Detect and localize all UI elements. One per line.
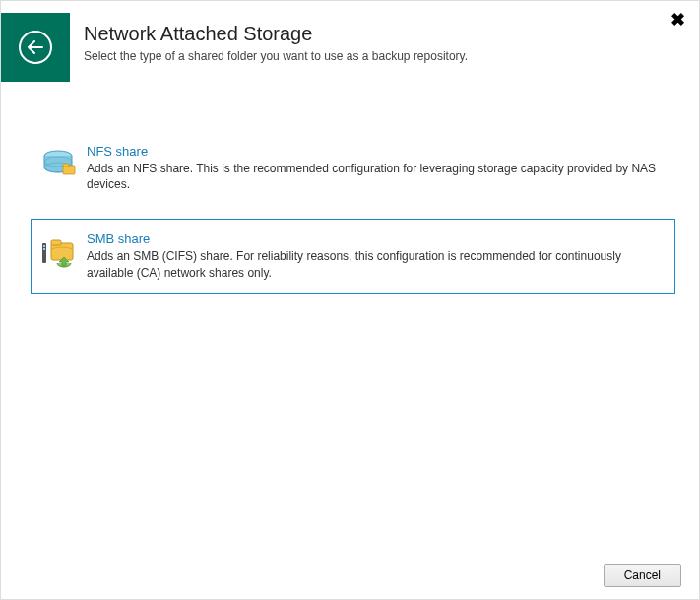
page-subtitle: Select the type of a shared folder you w… <box>84 49 683 63</box>
title-block: Network Attached Storage Select the type… <box>70 13 683 63</box>
option-title: NFS share <box>87 144 665 159</box>
close-icon: ✖ <box>670 10 685 30</box>
svg-rect-4 <box>63 164 69 167</box>
smb-icon <box>39 233 77 271</box>
back-button[interactable] <box>1 13 70 82</box>
option-smb-share[interactable]: SMB share Adds an SMB (CIFS) share. For … <box>31 219 675 293</box>
svg-rect-7 <box>43 248 45 250</box>
page-title: Network Attached Storage <box>84 23 683 45</box>
option-text: SMB share Adds an SMB (CIFS) share. For … <box>87 232 665 280</box>
dialog-footer: Cancel <box>604 564 681 587</box>
nfs-icon <box>39 146 77 183</box>
svg-rect-6 <box>43 245 45 247</box>
close-button[interactable]: ✖ <box>670 11 685 29</box>
option-description: Adds an NFS share. This is the recommend… <box>87 161 665 192</box>
option-title: SMB share <box>87 232 665 246</box>
option-nfs-share[interactable]: NFS share Adds an NFS share. This is the… <box>31 131 675 205</box>
back-arrow-icon <box>19 31 52 64</box>
svg-rect-9 <box>51 240 61 245</box>
svg-rect-8 <box>51 243 73 260</box>
option-text: NFS share Adds an NFS share. This is the… <box>87 144 665 192</box>
cancel-button[interactable]: Cancel <box>604 564 681 587</box>
option-description: Adds an SMB (CIFS) share. For reliabilit… <box>87 248 665 280</box>
options-list: NFS share Adds an NFS share. This is the… <box>1 94 699 294</box>
dialog-header: Network Attached Storage Select the type… <box>1 1 699 94</box>
